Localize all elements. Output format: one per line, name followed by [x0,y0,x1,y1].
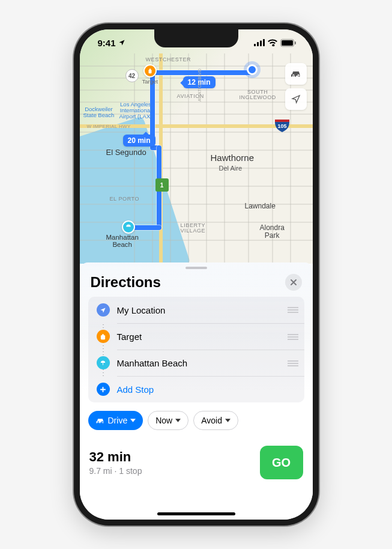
battery-icon [280,39,296,47]
go-button[interactable]: GO [260,446,303,479]
location-arrow-icon [118,39,125,46]
cellular-icon [254,39,265,46]
label-manhattan-beach: Manhattan Beach [106,234,139,248]
stop-manhattan-beach[interactable]: Manhattan Beach [97,350,304,376]
svg-rect-6 [295,41,296,44]
drag-handle-icon[interactable] [288,307,298,313]
location-arrow-icon [291,94,301,104]
label-aviation-blvd: AVIATION BLVD [198,68,202,102]
svg-rect-11 [101,335,104,339]
home-indicator[interactable] [157,512,235,515]
label-target: Target [142,79,158,85]
now-label: Now [155,416,172,425]
label-liberty-village: LIBERTY VILLAGE [181,223,206,234]
umbrella-icon [125,224,131,230]
stop-label: Manhattan Beach [117,358,188,368]
svg-rect-1 [257,42,259,46]
options-row: Drive Now Avoid [80,402,313,430]
status-indicators [254,39,296,47]
stops-card: My Location Target [88,297,304,402]
label-westchester: WESTCHESTER [146,57,191,62]
chevron-down-icon [130,419,136,422]
svg-rect-3 [263,39,265,46]
drag-handle-icon[interactable] [288,334,298,340]
svg-rect-5 [282,40,293,46]
clock-text: 9:41 [98,38,116,48]
notch [154,29,238,47]
label-dockweiler: Dockweiler State Beach [83,106,115,118]
close-button[interactable] [285,274,302,291]
sheet-title: Directions [91,274,161,291]
label-del-aire: Del Aire [219,165,243,172]
eta-block: 32 min 9.7 mi · 1 stop [89,449,142,476]
phone-frame: 9:41 [74,23,319,526]
label-imperial: W IMPERIAL HWY [87,124,131,129]
svg-text:105: 105 [277,123,286,129]
recenter-button[interactable] [285,88,307,110]
transport-mode-button[interactable] [285,63,307,85]
umbrella-icon [97,356,110,369]
chevron-down-icon [175,419,181,422]
avoid-label: Avoid [201,416,222,425]
phone-screen: 9:41 [80,29,313,520]
chevron-down-icon [225,419,231,422]
drag-handle-icon[interactable] [288,360,298,366]
stop-my-location[interactable]: My Location [97,297,304,323]
label-el-segundo: El Segundo [106,148,146,157]
directions-sheet[interactable]: Directions My Location [80,262,313,520]
status-time: 9:41 [98,38,125,48]
route-1-shield: 1 [155,178,169,192]
location-icon [97,303,110,317]
car-icon [95,417,105,425]
label-el-porto: EL PORTO [110,196,140,202]
plus-icon [97,383,110,396]
interstate-105-shield: 105 [274,118,290,133]
go-label: GO [272,456,291,470]
bag-icon [147,68,153,74]
eta-sub: 9.7 mi · 1 stop [89,466,142,476]
label-lax: Los Angeles International Airport (LAX) [119,102,152,120]
bag-icon [97,330,110,343]
add-stop-button[interactable]: Add Stop [97,376,304,402]
label-hawthorne: Hawthorne [211,153,255,163]
label-south-inglewood: SOUTH INGLEWOOD [240,89,276,101]
target-pin[interactable] [143,64,157,77]
label-lawndale: Lawndale [245,202,276,210]
close-icon [290,279,297,286]
stop-target[interactable]: Target [97,323,304,350]
time-text: 20 min [128,136,151,145]
current-location-dot [247,64,258,75]
add-stop-label: Add Stop [117,384,154,395]
route-time-2[interactable]: 20 min [123,135,155,147]
map-area[interactable]: 12 min 20 min 42 1 105 WESTCHESTER Targe… [80,29,313,264]
svg-rect-2 [260,41,262,47]
stop-label: Target [117,332,142,342]
avoid-button[interactable]: Avoid [193,411,238,430]
wifi-icon [268,39,277,46]
sheet-header: Directions [80,269,313,297]
route-42-shield: 42 [125,69,139,82]
when-button[interactable]: Now [148,411,188,430]
drive-label: Drive [108,416,128,425]
svg-rect-0 [254,44,256,46]
stop-label: My Location [117,305,166,315]
eta-time: 32 min [89,449,142,465]
footer: 32 min 9.7 mi · 1 stop GO [80,430,313,494]
manhattan-beach-pin[interactable] [122,220,135,234]
drive-mode-button[interactable]: Drive [88,411,143,430]
car-icon [290,69,302,79]
label-alondra-park: Alondra Park [260,224,285,239]
